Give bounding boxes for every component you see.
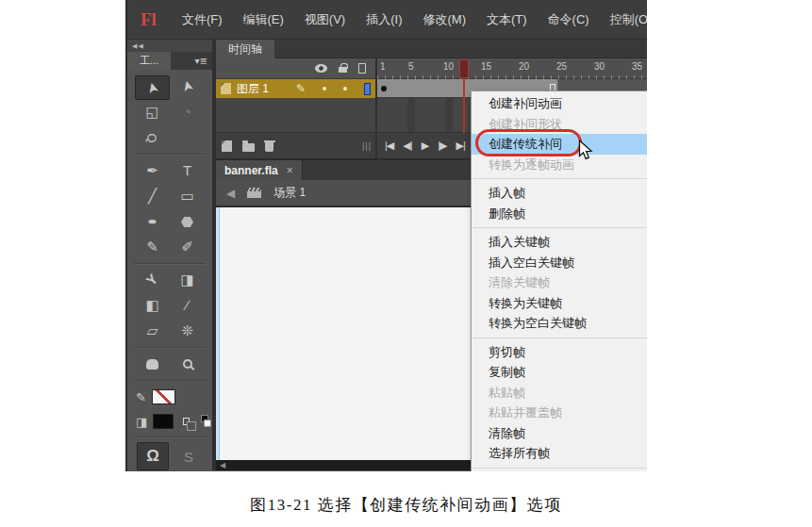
keyframe-dot [381,86,387,91]
ruler-number: 30 [594,61,605,72]
tools-panel: ◀◀ 工... ▾≣ ➤ ➤ ◱ ◔ Q [127,40,216,470]
context-menu-item[interactable]: 转换为逐帧动画 [472,155,647,175]
eyedropper-tool[interactable]: ∕ [170,293,205,319]
context-menu-item[interactable]: 清除帧 [472,423,647,444]
layer-lock-dot[interactable] [343,87,347,91]
go-to-last-frame-button[interactable]: ▶| [456,140,464,152]
tab-timeline[interactable]: 时间轴 [216,40,274,58]
paint-bucket-tool-icon: ◨ [180,272,193,288]
context-menu-item-label: 插入帧 [489,186,525,200]
step-forward-button[interactable]: |▶ [438,140,446,152]
hand-tool[interactable] [135,352,170,377]
go-to-first-frame-button[interactable]: |◀ [385,140,393,152]
spray-brush-tool[interactable]: ❊ [170,319,205,344]
tools-separator [134,380,206,382]
context-menu-item[interactable]: 创建补间形状 [472,114,647,135]
context-menu-item[interactable]: 选择所有帧 [472,443,647,464]
rectangle-tool-icon: ▭ [180,188,193,204]
stroke-color-swatch[interactable] [152,389,175,404]
subselection-tool[interactable]: ➤ [170,74,205,100]
selection-tool[interactable]: ➤ [135,75,170,100]
step-back-button[interactable]: ◀| [403,140,411,152]
context-menu-item[interactable]: 转换为空白关键帧 [472,313,647,334]
ink-bottle-tool[interactable]: ◧ [135,293,170,319]
pen-tool[interactable]: ✒ [135,158,170,184]
context-menu-item[interactable]: 清除关键帧 [472,272,647,293]
text-tool-icon: T [183,162,191,178]
smooth-option-icon[interactable]: S [184,449,193,465]
layer-visible-dot[interactable] [323,87,326,91]
context-menu-item[interactable]: 剪切帧 [472,342,647,363]
lasso-tool[interactable]: Q [135,125,170,151]
fill-color-swatch[interactable] [153,414,174,429]
eraser-tool[interactable]: ▱ [135,319,170,344]
menubar-item[interactable]: 命令(C) [538,11,600,28]
free-transform-tool[interactable]: ◱ [135,100,170,125]
panel-collapse-bar[interactable]: ◀◀ [127,40,212,52]
paint-bucket-tool[interactable]: ◨ [170,268,205,293]
oval-tool[interactable]: ● [135,209,170,235]
tab-document[interactable]: banner.fla × [216,160,303,180]
context-menu-item [472,468,647,469]
context-menu-item-label: 清除帧 [489,426,525,440]
stage-edge-highlight [216,207,220,460]
context-menu-item[interactable]: 粘贴帧 [472,383,647,403]
outline-column-icon[interactable] [358,63,366,74]
pencil-tool[interactable]: ✎ [135,235,170,260]
bone-tool[interactable]: Y [135,268,170,293]
frame-context-menu: 创建补间动画 创建补间形状 创建传统补间 转换为逐帧动画 插入帧 删除帧 [471,91,647,471]
panel-menu-icon[interactable]: ▾≣ [195,52,212,70]
play-button[interactable]: ▶ [422,140,428,152]
menubar-item[interactable]: 文件(F) [172,11,233,28]
context-menu-item[interactable]: 创建补间动画 [472,93,647,114]
hand-tool-icon [146,359,158,370]
3d-rotation-tool[interactable]: ◔ [170,100,205,125]
new-layer-button[interactable] [222,140,232,152]
layer-row[interactable]: 图层 1 ✎ [216,79,375,98]
context-menu-item [472,227,647,228]
layer-outline-color-swatch [364,83,371,95]
context-menu-item-label: 转换为空白关键帧 [489,316,587,330]
swap-colors-icon[interactable] [201,415,212,428]
zoom-tool[interactable] [170,352,205,377]
playhead-marker[interactable] [459,59,469,78]
snap-to-objects-button[interactable]: Ω [137,442,169,470]
pencil-tool-icon: ✎ [146,239,158,255]
polystar-tool[interactable] [170,209,205,235]
ruler-number: 1 [380,61,386,72]
menubar-item[interactable]: 控制(O) [600,11,647,28]
lock-column-icon[interactable] [339,67,347,73]
context-menu-item[interactable]: 转换为关键帧 [472,293,647,314]
column-resize-handle[interactable]: ||| [362,141,372,151]
context-menu-item-label: 清除关键帧 [489,275,550,289]
brush-tool[interactable]: ✐ [170,235,205,260]
scroll-left-arrow-icon: ◀ [220,461,225,469]
visibility-column-icon[interactable] [315,64,327,73]
new-folder-button[interactable] [242,143,255,152]
back-button[interactable]: ◀ [226,187,235,200]
text-tool[interactable]: T [170,158,205,184]
context-menu-item[interactable]: 插入空白关键帧 [472,253,647,273]
menubar-item[interactable]: 插入(I) [356,11,412,28]
context-menu-item[interactable]: 插入关键帧 [472,232,647,253]
context-menu-item[interactable]: 粘贴并覆盖帧 [472,403,647,423]
layer-name[interactable]: 图层 1 [237,81,269,97]
context-menu-item [472,338,647,338]
context-menu-item-label: 删除帧 [489,206,525,221]
context-menu-item[interactable]: 删除帧 [472,204,647,224]
menubar-item[interactable]: 编辑(E) [233,11,294,28]
context-menu-item[interactable]: 插入帧 [472,183,647,204]
delete-layer-button[interactable] [265,142,273,152]
tab-tools[interactable]: 工... [127,52,171,70]
context-menu-item[interactable]: 创建传统补间 [472,134,647,155]
menubar-item[interactable]: 视图(V) [294,11,356,28]
black-white-colors-icon[interactable] [183,418,190,425]
rectangle-tool[interactable]: ▭ [170,184,205,209]
app-logo: Fl [141,9,157,30]
menubar-item[interactable]: 文本(T) [476,11,538,28]
menubar-item[interactable]: 修改(M) [412,11,476,28]
scene-label[interactable]: 场景 1 [273,185,306,201]
close-document-icon[interactable]: × [287,164,293,177]
line-tool[interactable]: ╱ [135,184,170,209]
context-menu-item[interactable]: 复制帧 [472,362,647,383]
